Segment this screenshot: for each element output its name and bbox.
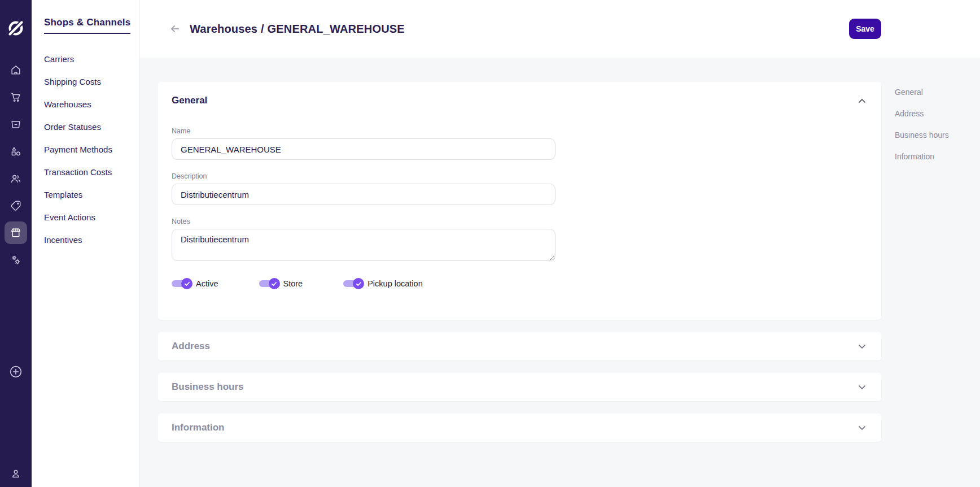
business-hours-section-title: Business hours — [172, 381, 244, 393]
toc-item-business-hours[interactable]: Business hours — [895, 129, 957, 141]
back-arrow-icon[interactable] — [167, 21, 183, 37]
notes-field-label: Notes — [172, 218, 555, 225]
module-sidebar: Shops & Channels Carriers Shipping Costs… — [32, 0, 139, 487]
toc-item-general[interactable]: General — [895, 86, 957, 98]
settings-gears-icon[interactable] — [5, 249, 27, 271]
brand-logo[interactable] — [0, 0, 32, 56]
active-toggle-label: Active — [196, 279, 218, 288]
orders-basket-icon[interactable] — [5, 113, 27, 136]
price-tag-icon[interactable] — [5, 194, 27, 217]
name-field-label: Name — [172, 127, 555, 135]
sidebar-item-payment-methods[interactable]: Payment Methods — [44, 138, 132, 160]
chevron-down-icon[interactable] — [856, 341, 868, 352]
sidebar-item-shipping-costs[interactable]: Shipping Costs — [44, 70, 132, 93]
customers-icon[interactable] — [5, 167, 27, 190]
information-section-title: Information — [172, 422, 225, 433]
description-field-group: Description — [172, 172, 555, 205]
information-section-header[interactable]: Information — [158, 414, 881, 442]
chevron-up-icon[interactable] — [856, 95, 868, 106]
chevron-down-icon[interactable] — [856, 381, 868, 393]
toc-item-address[interactable]: Address — [895, 108, 957, 119]
pickup-location-toggle-label: Pickup location — [368, 279, 423, 288]
check-icon — [353, 278, 364, 289]
catalog-shapes-icon[interactable] — [5, 140, 27, 163]
address-section-header[interactable]: Address — [158, 332, 881, 360]
icon-rail — [0, 0, 32, 487]
pickup-location-toggle[interactable] — [343, 280, 362, 287]
sidebar-menu: Carriers Shipping Costs Warehouses Order… — [44, 47, 132, 251]
notes-field-group: Notes Distributiecentrum — [172, 218, 555, 263]
page-header: Warehouses / GENERAL_WAREHOUSE Save — [139, 0, 980, 58]
address-section-card: Address — [158, 332, 881, 360]
save-button[interactable]: Save — [849, 19, 881, 39]
sidebar-item-incentives[interactable]: Incentives — [44, 228, 132, 251]
section-cards: General Name Description No — [158, 82, 881, 454]
sidebar-item-transaction-costs[interactable]: Transaction Costs — [44, 160, 132, 183]
sidebar-item-event-actions[interactable]: Event Actions — [44, 206, 132, 228]
store-toggle-label: Store — [283, 279, 303, 288]
active-toggle-group: Active — [172, 279, 218, 288]
information-section-card: Information — [158, 414, 881, 442]
business-hours-section-card: Business hours — [158, 373, 881, 401]
sidebar-heading: Shops & Channels — [44, 17, 130, 34]
sidebar-item-templates[interactable]: Templates — [44, 183, 132, 206]
description-field-label: Description — [172, 172, 555, 180]
general-section-title: General — [172, 95, 207, 106]
active-toggle[interactable] — [172, 280, 191, 287]
check-icon — [269, 278, 280, 289]
toggle-row: Active Store — [172, 279, 868, 288]
sidebar-item-warehouses[interactable]: Warehouses — [44, 93, 132, 115]
main-area: Warehouses / GENERAL_WAREHOUSE Save Gene… — [139, 0, 980, 487]
sidebar-item-carriers[interactable]: Carriers — [44, 47, 132, 70]
store-toggle[interactable] — [259, 280, 278, 287]
storefront-icon[interactable] — [5, 221, 27, 244]
user-profile-icon[interactable] — [5, 462, 27, 485]
home-icon[interactable] — [5, 59, 27, 81]
general-section-body: Name Description Notes Distributiecentru… — [158, 127, 881, 320]
toc-item-information[interactable]: Information — [895, 151, 957, 162]
shopping-cart-icon[interactable] — [5, 86, 27, 108]
content-area: General Name Description No — [139, 58, 980, 454]
address-section-title: Address — [172, 341, 210, 352]
store-toggle-group: Store — [259, 279, 303, 288]
description-input[interactable] — [172, 184, 555, 205]
sidebar-item-order-statuses[interactable]: Order Statuses — [44, 115, 132, 138]
section-toc: General Address Business hours Informati… — [895, 82, 957, 454]
check-icon — [181, 278, 193, 289]
pickup-location-toggle-group: Pickup location — [343, 279, 423, 288]
notes-textarea[interactable]: Distributiecentrum — [172, 229, 555, 261]
name-field-group: Name — [172, 127, 555, 160]
name-input[interactable] — [172, 138, 555, 160]
chevron-down-icon[interactable] — [856, 422, 868, 433]
general-section-card: General Name Description No — [158, 82, 881, 320]
general-section-header[interactable]: General — [158, 82, 881, 115]
add-plus-icon[interactable] — [5, 360, 27, 383]
business-hours-section-header[interactable]: Business hours — [158, 373, 881, 401]
page-title: Warehouses / GENERAL_WAREHOUSE — [190, 23, 405, 36]
